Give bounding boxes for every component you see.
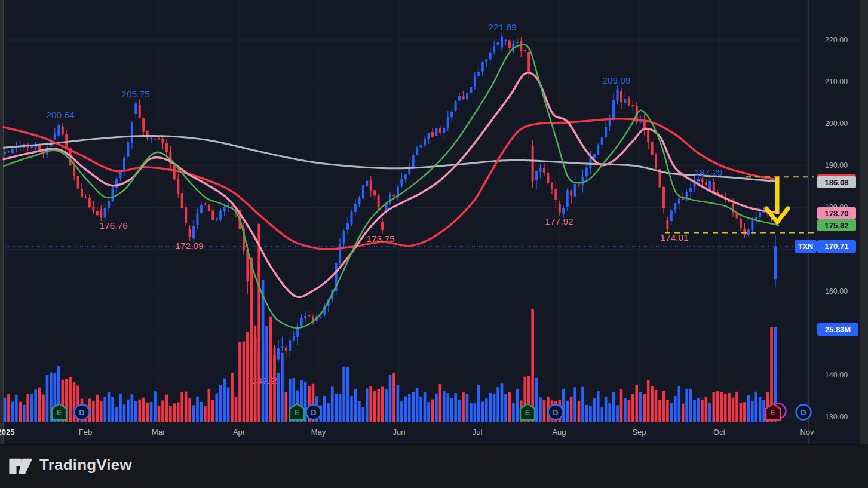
candle-body: [435, 128, 437, 136]
volume-bar: [747, 395, 750, 422]
volume-bar: [578, 401, 581, 422]
candle-body: [177, 179, 179, 193]
candle-body: [216, 219, 218, 220]
volume-bar: [600, 407, 603, 422]
candle-body: [481, 62, 484, 71]
candle-body: [104, 208, 106, 218]
volume-bar: [535, 378, 538, 422]
volume-bar: [138, 400, 141, 422]
volume-bar: [566, 401, 569, 422]
volume-bar: [385, 389, 388, 422]
candle-body: [612, 100, 615, 120]
volume-bar: [350, 396, 353, 422]
volume-bar: [23, 405, 26, 422]
candle-body: [747, 230, 750, 235]
volume-bar: [111, 397, 114, 422]
candle-body: [373, 190, 376, 195]
volume-bar: [38, 388, 41, 422]
candle-body: [678, 199, 680, 204]
candle-body: [131, 123, 133, 143]
volume-bar: [720, 392, 723, 422]
candle-body: [535, 171, 538, 180]
volume-bar: [682, 404, 685, 422]
candle-body: [123, 158, 125, 171]
swing-low-label: 173.75: [366, 234, 394, 244]
candle-body: [570, 191, 572, 196]
candle-body: [774, 247, 777, 280]
candle-body: [173, 165, 176, 179]
candle-body: [455, 102, 457, 111]
earnings-icon-letter: E: [771, 408, 776, 417]
candle-body: [293, 336, 295, 340]
candle-body: [4, 152, 6, 154]
volume-bar: [285, 392, 288, 422]
candle-body: [370, 180, 372, 191]
candle-body: [501, 36, 503, 47]
candle-body: [701, 179, 703, 182]
candle-body: [527, 52, 530, 73]
volume-bar: [693, 400, 696, 422]
candle-body: [362, 185, 364, 198]
candle-body: [269, 335, 272, 348]
volume-bar: [504, 394, 507, 422]
candle-body: [100, 209, 102, 217]
volume-bar: [389, 375, 392, 422]
volume-bar: [4, 398, 7, 422]
candle-body: [670, 211, 673, 221]
candle-body: [593, 154, 596, 158]
candle-body: [366, 181, 368, 186]
volume-bar: [412, 392, 415, 422]
candle-body: [300, 317, 303, 326]
footer-area: [0, 444, 868, 488]
volume-bar: [508, 392, 511, 422]
candle-body: [266, 335, 268, 346]
candle-body: [582, 177, 584, 185]
candle-body: [73, 165, 75, 176]
candle-body: [631, 105, 634, 106]
volume-bar: [369, 386, 372, 422]
volume-bar: [716, 391, 719, 422]
volume-bar: [624, 398, 627, 422]
volume-bar: [573, 387, 576, 422]
candle-body: [554, 189, 557, 200]
volume-bar: [735, 392, 738, 422]
volume-bar: [243, 342, 246, 422]
volume-bar: [381, 386, 384, 422]
volume-bar: [169, 406, 172, 422]
candle-body: [713, 182, 715, 192]
volume-bar: [485, 398, 488, 422]
volume-bar: [373, 391, 376, 422]
volume-bar: [215, 394, 218, 422]
candle-body: [508, 41, 511, 48]
volume-bar: [408, 394, 411, 422]
volume-bar: [616, 406, 619, 422]
candle-body: [740, 219, 742, 228]
candle-body: [431, 132, 434, 137]
volume-bar: [454, 393, 457, 422]
volume-bar: [697, 398, 700, 422]
volume-bar: [200, 402, 203, 422]
volume-bar: [605, 397, 608, 422]
volume-bar: [754, 392, 757, 422]
right-edge-strip: [860, 0, 868, 444]
candle-body: [628, 99, 630, 106]
volume-bar: [424, 392, 427, 422]
candle-body: [559, 204, 561, 213]
candle-body: [497, 42, 499, 45]
candle-body: [62, 127, 64, 134]
candle-body: [304, 316, 306, 318]
volume-bar: [431, 400, 434, 422]
candle-body: [7, 152, 10, 153]
candle-body: [254, 326, 256, 351]
volume-bar: [651, 386, 654, 422]
candle-body: [470, 87, 472, 93]
dividend-icon-letter: D: [79, 408, 84, 417]
volume-bar: [493, 394, 496, 422]
volume-bar: [123, 404, 126, 422]
chart-pane[interactable]: 139.95EDEDEDED200.64205.75221.69209.0918…: [0, 0, 868, 488]
candle-body: [192, 226, 195, 238]
candle-body: [358, 198, 360, 204]
candle-body: [185, 207, 187, 223]
candle-body: [11, 149, 14, 153]
volume-bar: [42, 395, 45, 422]
